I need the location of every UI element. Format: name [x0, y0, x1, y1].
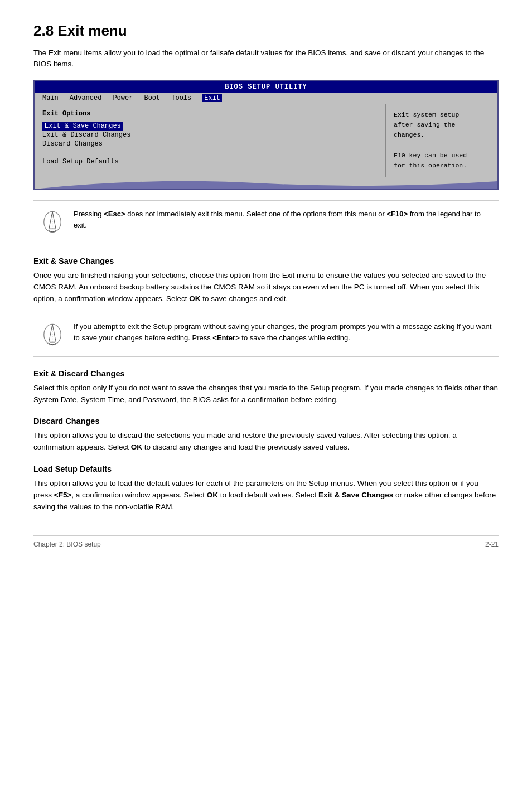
bios-section-title: Exit Options	[42, 110, 378, 118]
note-box-1: Pressing <Esc> does not immediately exit…	[33, 200, 499, 244]
svg-line-8	[52, 324, 56, 343]
page-title: 2.8 Exit menu	[33, 22, 499, 40]
bios-wave-bottom	[35, 177, 497, 189]
svg-line-1	[49, 211, 52, 230]
note-box-2: If you attempt to exit the Setup program…	[33, 313, 499, 357]
intro-paragraph: The Exit menu items allow you to load th…	[33, 47, 499, 70]
pencil-icon	[40, 209, 65, 236]
svg-line-2	[52, 211, 56, 230]
page-footer: Chapter 2: BIOS setup 2-21	[33, 535, 499, 548]
section-text-exit-discard: Select this option only if you do not wa…	[33, 383, 499, 406]
bios-nav-main: Main	[42, 94, 59, 102]
bios-item-blank	[42, 148, 378, 157]
bios-nav-tools: Tools	[171, 94, 191, 102]
section-heading-exit-discard: Exit & Discard Changes	[33, 369, 499, 378]
bios-right-panel: Exit system setup after saving the chang…	[386, 104, 497, 177]
bios-item-exit-discard: Exit & Discard Changes	[42, 131, 378, 139]
bios-nav-advanced: Advanced	[70, 94, 102, 102]
bios-item-load-defaults: Load Setup Defaults	[42, 157, 378, 166]
bios-item-exit-save: Exit & Save Changes	[42, 122, 123, 131]
bios-left-panel: Exit Options Exit & Save Changes Exit & …	[35, 104, 386, 177]
bios-help-text: Exit system setup after saving the chang…	[394, 110, 490, 171]
bios-item-discard: Discard Changes	[42, 139, 378, 148]
note-1-text: Pressing <Esc> does not immediately exit…	[74, 209, 492, 231]
footer-right: 2-21	[485, 540, 499, 548]
section-heading-discard: Discard Changes	[33, 417, 499, 426]
bios-title: BIOS SETUP UTILITY	[40, 83, 492, 91]
pencil-icon-2	[40, 321, 65, 349]
bios-nav-boot: Boot	[144, 94, 160, 102]
bios-screenshot: BIOS SETUP UTILITY Main Advanced Power B…	[33, 80, 499, 190]
svg-line-7	[49, 324, 52, 343]
bios-nav-exit: Exit	[202, 94, 222, 102]
section-text-load-defaults: This option allows you to load the defau…	[33, 478, 499, 513]
section-text-discard: This option allows you to discard the se…	[33, 430, 499, 453]
bios-menubar: BIOS SETUP UTILITY	[35, 81, 497, 93]
section-text-exit-save: Once you are finished making your select…	[33, 270, 499, 305]
section-heading-load-defaults: Load Setup Defaults	[33, 465, 499, 474]
bios-content: Exit Options Exit & Save Changes Exit & …	[35, 104, 497, 177]
note-2-text: If you attempt to exit the Setup program…	[74, 321, 492, 344]
section-heading-exit-save: Exit & Save Changes	[33, 257, 499, 265]
footer-left: Chapter 2: BIOS setup	[33, 540, 101, 548]
bios-nav-row: Main Advanced Power Boot Tools Exit	[35, 93, 497, 104]
bios-nav-power: Power	[113, 94, 133, 102]
